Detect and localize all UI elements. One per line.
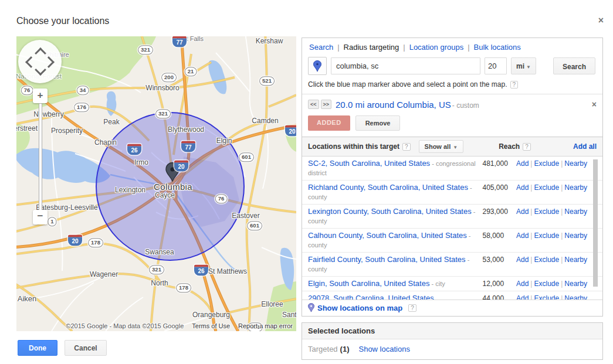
add-link[interactable]: Add (516, 207, 529, 216)
tab-search[interactable]: Search (309, 43, 333, 52)
action-separator: | (530, 159, 532, 168)
next-target-button[interactable]: >> (321, 100, 332, 109)
nearby-link[interactable]: Nearby (564, 183, 587, 192)
nearby-link[interactable]: Nearby (564, 294, 587, 300)
exclude-link[interactable]: Exclude (534, 183, 559, 192)
row-actions: Add|Exclude|Nearby (516, 231, 587, 240)
chevron-down-icon: ▼ (453, 145, 458, 150)
action-separator: | (561, 207, 563, 216)
tab-bulk-locations[interactable]: Bulk locations (474, 43, 521, 52)
reach-value: 44,000 (483, 294, 517, 300)
route-shield: 76 (21, 86, 33, 95)
reach-value: 481,000 (483, 159, 517, 168)
exclude-link[interactable]: Exclude (534, 280, 559, 288)
locations-list: SC-2, South Carolina, United States - co… (302, 157, 602, 300)
zoom-in-button[interactable]: + (33, 89, 48, 103)
exclude-link[interactable]: Exclude (534, 256, 559, 264)
table-row: Calhoun County, South Carolina, United S… (302, 229, 602, 253)
help-icon[interactable]: ? (523, 143, 531, 151)
show-locations-link[interactable]: Show locations (358, 345, 409, 353)
exclude-link[interactable]: Exclude (534, 294, 559, 300)
location-link[interactable]: Richland County, South Carolina, United … (308, 183, 468, 192)
close-icon[interactable]: × (598, 15, 604, 26)
scrollbar-thumb[interactable] (593, 159, 598, 287)
route-shield: 76 (215, 194, 228, 203)
nearby-link[interactable]: Nearby (564, 256, 587, 264)
tab-location-groups[interactable]: Location groups (409, 43, 464, 52)
terms-of-use-link[interactable]: Terms of Use (192, 322, 230, 329)
radius-target-summary: <<>>20.0 mi around Columbia, US- custom … (302, 94, 602, 137)
action-separator: | (561, 280, 563, 288)
help-icon[interactable]: ? (402, 143, 411, 151)
exclude-link[interactable]: Exclude (534, 159, 559, 168)
map-label: Santee (282, 311, 296, 319)
location-link[interactable]: 29078, South Carolina, United States (308, 294, 434, 300)
targeted-count: Targeted(1) (308, 345, 349, 353)
map-pan-control[interactable] (18, 40, 62, 83)
show-locations-on-map-link[interactable]: Show locations on map (317, 304, 402, 312)
row-actions: Add|Exclude|Nearby (516, 183, 587, 192)
action-separator: | (561, 256, 563, 264)
location-name: Elgin, South Carolina, United States - c… (308, 279, 477, 288)
location-link[interactable]: Calhoun County, South Carolina, United S… (308, 231, 467, 240)
add-link[interactable]: Add (516, 294, 529, 300)
prev-target-button[interactable]: << (308, 100, 319, 109)
add-link[interactable]: Add (516, 232, 529, 240)
help-icon[interactable]: ? (510, 81, 519, 89)
location-link[interactable]: Fairfield County, South Carolina, United… (308, 255, 466, 264)
add-link[interactable]: Add (516, 159, 529, 168)
zoom-slider[interactable] (39, 103, 42, 211)
add-link[interactable]: Add (516, 256, 529, 264)
table-row: Lexington County, South Carolina, United… (302, 205, 602, 229)
route-shield: 178 (88, 238, 103, 247)
location-link[interactable]: Elgin, South Carolina, United States (308, 279, 429, 288)
help-icon[interactable]: ? (408, 304, 416, 312)
add-all-link[interactable]: Add all (573, 142, 597, 151)
nearby-link[interactable]: Nearby (564, 280, 587, 288)
pan-up-icon[interactable] (35, 47, 46, 59)
nearby-link[interactable]: Nearby (564, 232, 587, 240)
map-label: Cayce (155, 191, 175, 199)
exclude-link[interactable]: Exclude (534, 232, 559, 240)
radius-value-input[interactable] (485, 57, 507, 74)
remove-target-icon[interactable]: × (592, 100, 597, 109)
map-label: Peak (103, 118, 119, 126)
target-title-link[interactable]: 20.0 mi around Columbia, US (336, 100, 451, 110)
tab-radius-targeting[interactable]: Radius targeting (344, 43, 399, 52)
location-link[interactable]: Lexington County, South Carolina, United… (308, 207, 472, 216)
pan-right-icon[interactable] (43, 56, 55, 68)
targeting-tabs: Search|Radius targeting|Location groups|… (302, 38, 602, 56)
route-shield: 321 (155, 109, 171, 118)
interstate-shield: 77 (181, 141, 195, 152)
route-shield: 34 (77, 86, 89, 95)
map-label: Elloree (261, 300, 283, 308)
pan-left-icon[interactable] (25, 56, 37, 68)
pan-down-icon[interactable] (35, 64, 46, 76)
exclude-link[interactable]: Exclude (534, 207, 559, 216)
add-link[interactable]: Add (516, 183, 529, 192)
location-link[interactable]: SC-2, South Carolina, United States (308, 159, 430, 168)
add-link[interactable]: Add (516, 280, 529, 288)
report-map-error-link[interactable]: Report a map error (238, 322, 293, 329)
search-button[interactable]: Search (553, 57, 595, 74)
interstate-shield: 20 (68, 235, 82, 246)
route-shield: 1 (48, 217, 56, 226)
zoom-out-button[interactable]: − (33, 210, 48, 224)
blue-pin-icon (313, 60, 321, 72)
selected-locations-box: Selected locations Targeted(1) Show loca… (302, 322, 603, 360)
radius-unit-dropdown[interactable]: mi▼ (511, 57, 536, 74)
done-button[interactable]: Done (18, 340, 57, 356)
table-row: Richland County, South Carolina, United … (302, 181, 602, 205)
map-label: North (151, 279, 168, 287)
map-label: Chapin (94, 138, 117, 147)
map-canvas[interactable]: Great FallsKershawWhitmireNational Fores… (16, 36, 296, 331)
map-marker-button[interactable] (308, 57, 327, 75)
action-separator: | (561, 232, 563, 240)
map-label: Camden (252, 117, 278, 125)
nearby-link[interactable]: Nearby (564, 207, 587, 216)
show-all-dropdown[interactable]: Show all▼ (419, 140, 464, 153)
cancel-button[interactable]: Cancel (65, 340, 107, 356)
location-search-input[interactable] (331, 57, 480, 74)
remove-button[interactable]: Remove (355, 115, 401, 131)
nearby-link[interactable]: Nearby (564, 159, 587, 168)
